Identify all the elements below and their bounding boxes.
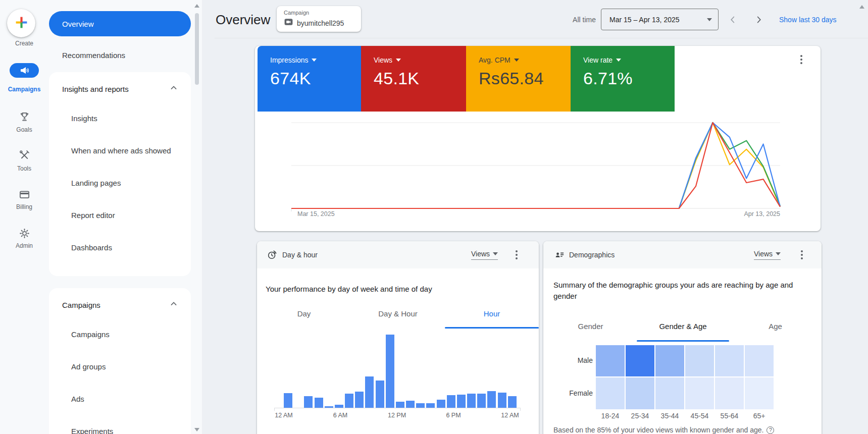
next-period-button[interactable] xyxy=(751,12,767,27)
nav-item-dashboards[interactable]: Dashboards xyxy=(49,232,191,264)
sidebar-item-label: Tools xyxy=(0,165,48,172)
chevron-up-icon xyxy=(169,299,179,311)
day-hour-card-header: Day & hour Views xyxy=(257,241,539,268)
heatmap-cell-female-1824 xyxy=(596,377,625,409)
credit-card-icon xyxy=(0,187,48,202)
timeline-start-date-label: Mar 15, 2025 xyxy=(297,210,335,218)
sidebar-item-billing[interactable]: Billing xyxy=(0,187,48,210)
show-last-30-days-link[interactable]: Show last 30 days xyxy=(779,16,837,24)
overview-summary-card: Impressions674KViews45.1KAvg. CPMRs65.84… xyxy=(255,46,821,231)
bar-axis-tick-label: 12 AM xyxy=(275,412,292,419)
demographics-card-title: Demographics xyxy=(569,251,615,259)
demographics-footnote: Based on the 85% of your video views wit… xyxy=(553,426,774,434)
help-icon[interactable]: ? xyxy=(767,426,774,434)
timeline-end-date-label: Apr 13, 2025 xyxy=(744,210,780,218)
bar-axis-tick-label: 12 AM xyxy=(501,412,519,419)
day-hour-card-title: Day & hour xyxy=(282,251,318,259)
heatmap-row-label-female: Female xyxy=(543,389,593,397)
chevron-up-icon xyxy=(169,83,179,95)
secondary-navigation: Overview Recommendations Insights and re… xyxy=(49,0,191,434)
heatmap-cell-female-2534 xyxy=(626,377,654,409)
nav-item-ads[interactable]: Ads xyxy=(49,383,191,415)
heatmap-column-label: 45-54 xyxy=(691,412,709,420)
tab-age[interactable]: Age xyxy=(729,322,822,331)
heatmap-row-label-male: Male xyxy=(543,356,593,364)
heatmap-cell-female-5564 xyxy=(715,377,744,409)
hour-bar xyxy=(304,396,313,408)
sidebar-item-tools[interactable]: Tools xyxy=(0,148,48,172)
tab-gender-and-age[interactable]: Gender & Age xyxy=(637,322,729,331)
hour-bar xyxy=(335,405,343,408)
previous-period-button[interactable] xyxy=(725,12,740,27)
nav-item-recommendations[interactable]: Recommendations xyxy=(49,45,191,65)
nav-item-when-and-where-ads-showed[interactable]: When and where ads showed xyxy=(49,135,191,167)
demographics-card-menu-button[interactable] xyxy=(796,249,808,261)
bar-chart-axis xyxy=(274,408,520,408)
nav-recommendations-label: Recommendations xyxy=(62,51,125,60)
campaign-scope-chip[interactable]: Campaign byumitchell295 xyxy=(277,6,361,32)
hour-bar xyxy=(345,394,353,408)
google-ads-overview-page: Create CampaignsGoalsToolsBillingAdmin O… xyxy=(0,0,868,434)
campaign-chip-value: byumitchell295 xyxy=(297,19,344,27)
day-hour-card-menu-button[interactable] xyxy=(510,249,523,261)
nav-group-header[interactable]: Campaigns xyxy=(49,299,191,310)
nav-item-experiments[interactable]: Experiments xyxy=(49,415,191,434)
tab-gender[interactable]: Gender xyxy=(544,322,637,331)
nav-scrollbar-thumb[interactable] xyxy=(195,13,199,85)
nav-scrollbar[interactable] xyxy=(195,0,199,434)
main-scroll-up-arrow[interactable] xyxy=(859,5,864,9)
gear-icon xyxy=(0,226,48,241)
nav-scroll-down-arrow[interactable] xyxy=(194,428,199,431)
demographics-footnote-text: Based on the 85% of your video views wit… xyxy=(553,426,763,434)
sidebar-item-admin[interactable]: Admin xyxy=(0,226,48,249)
heatmap-cell-female-65+ xyxy=(745,377,774,409)
heatmap-cell-female-4554 xyxy=(685,377,714,409)
hour-bar xyxy=(325,406,333,408)
create-button[interactable] xyxy=(7,9,35,37)
nav-item-ad-groups[interactable]: Ad groups xyxy=(49,351,191,383)
bar-axis-tick-label: 12 PM xyxy=(388,412,406,419)
nav-scroll-up-arrow[interactable] xyxy=(194,4,199,8)
sidebar-item-label: Campaigns xyxy=(0,86,48,93)
sidebar-item-goals[interactable]: Goals xyxy=(0,110,48,133)
demographics-metric-selector[interactable]: Views xyxy=(754,250,781,260)
plus-icon xyxy=(15,16,28,31)
hour-bar xyxy=(477,394,486,408)
header-divider xyxy=(215,38,868,38)
tab-day[interactable]: Day xyxy=(257,309,351,318)
nav-group-campaigns: CampaignsCampaignsAd groupsAdsExperiment… xyxy=(49,288,191,434)
nav-item-campaigns[interactable]: Campaigns xyxy=(49,318,191,351)
heatmap-column-label: 55-64 xyxy=(721,412,739,420)
hour-bar xyxy=(467,394,476,408)
tab-day-and-hour[interactable]: Day & Hour xyxy=(351,309,445,318)
chevron-left-icon xyxy=(727,14,738,25)
date-range-selector[interactable]: Mar 15 – Apr 13, 2025 xyxy=(601,9,719,30)
day-and-hour-card: Day & hour Views Your performance by day… xyxy=(257,241,539,434)
nav-item-landing-pages[interactable]: Landing pages xyxy=(49,167,191,199)
hour-bar xyxy=(437,400,445,408)
heatmap-cell-female-3544 xyxy=(655,377,684,409)
hour-bar xyxy=(365,376,374,408)
day-hour-metric-selector[interactable]: Views xyxy=(471,250,498,260)
axis-tick xyxy=(520,408,521,411)
heatmap-column-label: 25-34 xyxy=(631,412,649,420)
nav-item-report-editor[interactable]: Report editor xyxy=(49,199,191,232)
sidebar-item-label: Admin xyxy=(0,242,48,249)
tab-hour[interactable]: Hour xyxy=(445,309,539,318)
nav-group-title: Insights and reports xyxy=(62,85,129,93)
hour-bar xyxy=(406,401,415,408)
hour-bar xyxy=(315,398,323,408)
tools-icon xyxy=(0,148,48,162)
nav-item-overview[interactable]: Overview xyxy=(49,11,191,36)
heatmap-cell-male-3544 xyxy=(655,345,684,376)
nav-item-insights[interactable]: Insights xyxy=(49,102,191,135)
video-campaign-icon xyxy=(284,17,293,29)
demographics-metric-value: Views xyxy=(754,250,773,258)
nav-group-header[interactable]: Insights and reports xyxy=(49,83,191,94)
heatmap-cell-male-4554 xyxy=(685,345,714,376)
demographics-icon xyxy=(554,250,565,262)
main-scrollbar[interactable] xyxy=(859,5,864,9)
selected-tab-underline xyxy=(445,327,539,329)
selected-tab-underline xyxy=(637,340,729,342)
sidebar-item-campaigns[interactable]: Campaigns xyxy=(0,63,48,93)
